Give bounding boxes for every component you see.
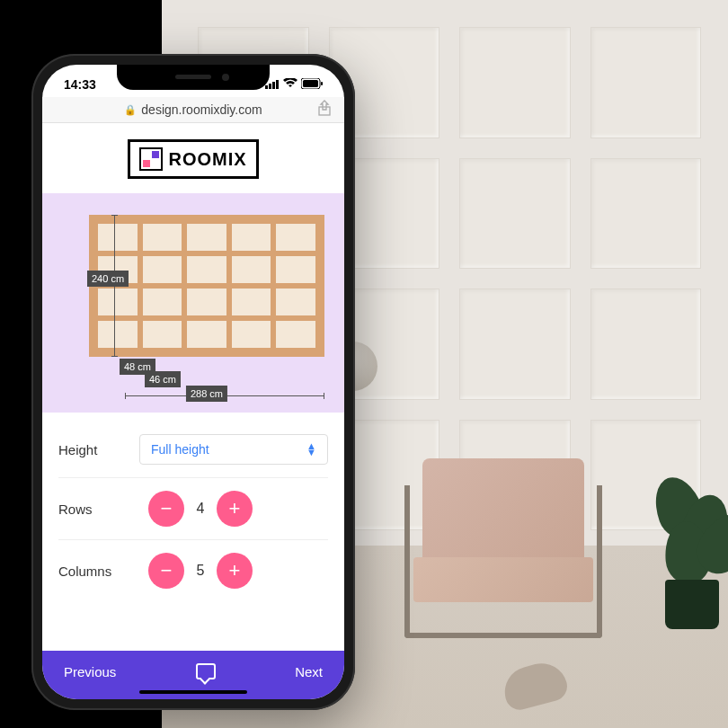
status-time: 14:33 (64, 77, 96, 92)
url-text: design.roomixdiy.com (141, 102, 262, 117)
rows-control: Rows − 4 + (58, 478, 328, 540)
phone-frame: 14:33 🔒 design.roomixdiy.com (31, 54, 355, 710)
columns-value: 5 (193, 563, 208, 579)
dimension-height: 240 cm (87, 271, 129, 287)
dimension-cell-width: 46 cm (145, 371, 181, 387)
app-header: ROOMIX (42, 123, 344, 193)
columns-increment-button[interactable]: + (217, 553, 253, 589)
lock-icon: 🔒 (124, 104, 137, 116)
columns-stepper: − 5 + (148, 553, 253, 589)
height-control: Height Full height ▲▼ (58, 422, 328, 478)
previous-button[interactable]: Previous (64, 664, 116, 679)
svg-rect-6 (321, 82, 323, 85)
chat-icon[interactable] (196, 663, 216, 679)
rows-value: 4 (193, 501, 208, 517)
rows-increment-button[interactable]: + (217, 491, 253, 527)
svg-rect-7 (319, 107, 330, 115)
svg-rect-2 (272, 82, 275, 89)
svg-rect-1 (269, 84, 271, 89)
wifi-icon (283, 77, 297, 92)
armchair (404, 458, 602, 638)
battery-icon (301, 77, 323, 92)
controls-panel: Height Full height ▲▼ Rows − 4 + Columns… (42, 413, 344, 601)
height-value: Full height (151, 442, 209, 457)
svg-rect-5 (303, 80, 318, 87)
columns-label: Columns (58, 564, 139, 579)
select-arrows-icon: ▲▼ (306, 443, 316, 455)
slipper (499, 658, 570, 714)
next-button[interactable]: Next (295, 664, 323, 679)
share-icon[interactable] (317, 100, 332, 120)
columns-control: Columns − 5 + (58, 540, 328, 601)
roomix-logo[interactable]: ROOMIX (128, 139, 258, 179)
plant (647, 467, 728, 629)
rows-label: Rows (58, 502, 139, 517)
svg-rect-0 (265, 85, 268, 89)
svg-rect-3 (276, 80, 279, 89)
home-indicator[interactable] (139, 690, 247, 694)
height-select[interactable]: Full height ▲▼ (139, 434, 328, 465)
logo-icon (139, 147, 163, 171)
phone-screen: 14:33 🔒 design.roomixdiy.com (42, 65, 344, 699)
browser-address-bar[interactable]: 🔒 design.roomixdiy.com (42, 97, 344, 123)
rows-stepper: − 4 + (148, 491, 253, 527)
height-label: Height (58, 442, 139, 457)
rows-decrement-button[interactable]: − (148, 491, 184, 527)
phone-notch (117, 65, 270, 90)
logo-text: ROOMIX (168, 149, 246, 170)
panel-preview: 240 cm 48 cm 46 cm 288 cm (42, 193, 344, 413)
dimension-width: 288 cm (186, 386, 227, 402)
columns-decrement-button[interactable]: − (148, 553, 184, 589)
